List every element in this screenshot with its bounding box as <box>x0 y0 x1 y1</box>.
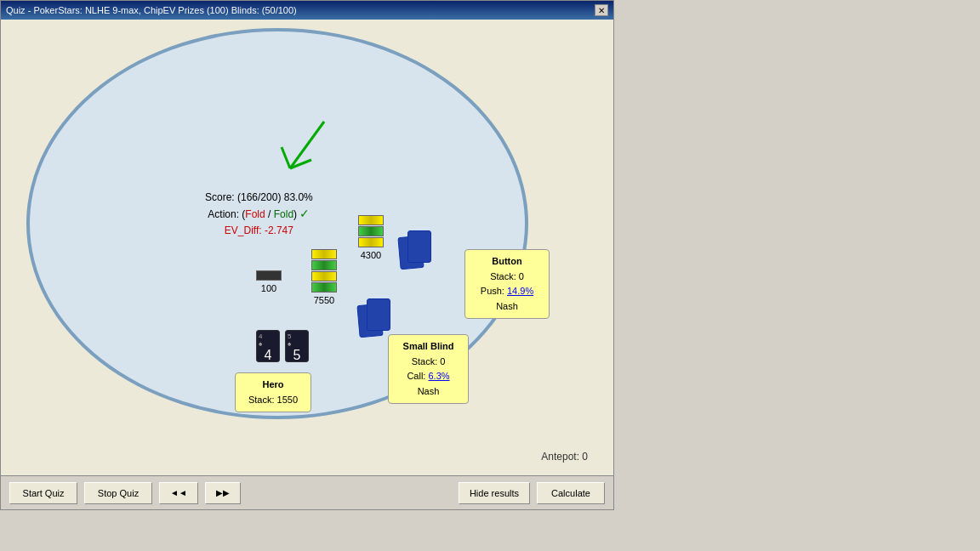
hide-results-button[interactable]: Hide results <box>459 482 530 504</box>
score-area: Score: (166/200) 83.0% Action: (Fold / F… <box>205 190 313 238</box>
button-info-box: Button Stack: 0 Push: 14.9% Nash <box>464 249 550 319</box>
start-quiz-button[interactable]: Start Quiz <box>9 482 77 504</box>
window-title: Quiz - PokerStars: NLHE 9-max, ChipEV Pr… <box>6 5 297 15</box>
score-text: Score: (166/200) 83.0% <box>205 190 313 205</box>
stack2-value: 7550 <box>314 295 334 305</box>
card-hero-2: 5 ♠ 5 <box>285 330 309 362</box>
sb-name: Small Blind <box>396 339 461 355</box>
antepot-label: Antepot: 0 <box>541 451 588 463</box>
action-fold1: Fold <box>245 208 265 220</box>
calculate-button[interactable]: Calculate <box>537 482 605 504</box>
stack3-value: 4300 <box>361 250 381 260</box>
small-blind-info-box: Small Blind Stack: 0 Call: 6.3% Nash <box>388 334 469 404</box>
button-push: Push: 14.9% <box>472 284 542 299</box>
chip-block-green1 <box>311 260 337 270</box>
button-push-pct: 14.9% <box>507 286 533 296</box>
svg-line-1 <box>282 147 290 168</box>
app-window: Quiz - PokerStars: NLHE 9-max, ChipEV Pr… <box>0 0 614 510</box>
card-center-2 <box>407 230 431 263</box>
stack1-value: 100 <box>261 283 276 293</box>
hero-stack: Stack: 1550 <box>244 393 302 408</box>
chip-block-y3 <box>358 215 384 225</box>
toolbar: Start Quiz Stop Quiz ◄◄ ▶▶ Hide results … <box>1 475 613 509</box>
ev-diff-text: EV_Diff: -2.747 <box>205 223 313 238</box>
sb-call: Call: 6.3% <box>396 369 461 384</box>
action-text: Action: (Fold / Fold) ✓ <box>205 205 313 223</box>
sb-nash: Nash <box>396 384 461 400</box>
button-nash: Nash <box>472 299 542 315</box>
next-button[interactable]: ▶▶ <box>205 482 241 504</box>
chip-block-green2 <box>311 282 337 293</box>
content-area: Score: (166/200) 83.0% Action: (Fold / F… <box>1 20 613 509</box>
chip-block-yellow1 <box>311 249 337 259</box>
chip-stack-1: 100 <box>256 270 282 293</box>
chip-stack-2: 7550 <box>311 249 337 305</box>
chip-block-g3 <box>358 226 384 236</box>
button-name: Button <box>472 254 542 270</box>
prev-button[interactable]: ◄◄ <box>159 482 198 504</box>
close-button[interactable]: ✕ <box>595 4 608 16</box>
checkmark-icon: ✓ <box>299 207 310 220</box>
button-stack: Stack: 0 <box>472 270 542 285</box>
chip-stack-3: 4300 <box>358 215 384 260</box>
sb-stack: Stack: 0 <box>396 355 461 370</box>
card-sb-2 <box>367 298 390 331</box>
stop-quiz-button[interactable]: Stop Quiz <box>84 482 152 504</box>
chip-block-black <box>256 270 282 281</box>
hero-info-box: Hero Stack: 1550 <box>235 372 311 412</box>
chip-block-y4 <box>358 237 384 247</box>
title-bar: Quiz - PokerStars: NLHE 9-max, ChipEV Pr… <box>1 1 613 20</box>
chip-block-yellow2 <box>311 271 337 281</box>
card-hero-1: 4 ♠ 4 <box>256 330 280 362</box>
arrow-indicator <box>273 113 341 181</box>
sb-call-pct: 6.3% <box>429 371 450 381</box>
action-fold2: Fold <box>274 208 293 220</box>
hero-name: Hero <box>244 378 302 393</box>
